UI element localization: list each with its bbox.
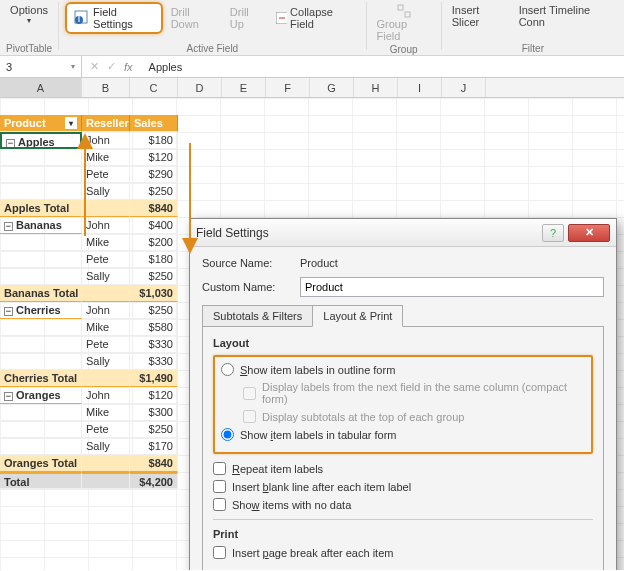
checkbox-subtotals-top (243, 410, 256, 423)
pivot-cell[interactable]: $120 (130, 149, 178, 166)
radio-outline-label: Show item labels in outline form (240, 364, 395, 376)
dialog-help-button[interactable]: ? (542, 224, 564, 242)
pivot-cell[interactable]: −Bananas (0, 217, 82, 234)
radio-tabular-label: Show item labels in tabular form (240, 429, 397, 441)
col-header-b[interactable]: B (82, 78, 130, 97)
pivot-cell[interactable]: Mike (82, 404, 130, 421)
checkbox-page-break[interactable] (213, 546, 226, 559)
tab-subtotals-filters[interactable]: Subtotals & Filters (202, 305, 313, 327)
pivot-cell[interactable]: $580 (130, 319, 178, 336)
options-button[interactable]: Options ▾ (6, 2, 52, 27)
checkbox-compact-label: Display labels from the next field in th… (262, 381, 585, 405)
tab-layout-print[interactable]: Layout & Print (312, 305, 403, 327)
col-header-i[interactable]: I (398, 78, 442, 97)
radio-outline-form[interactable] (221, 363, 234, 376)
fx-icon[interactable]: fx (124, 61, 133, 73)
pivot-cell[interactable]: Mike (82, 319, 130, 336)
pivot-cell[interactable] (0, 234, 82, 251)
checkbox-blank-label: Insert blank line after each item label (232, 481, 411, 493)
pivot-cell[interactable]: −Apples (0, 132, 82, 149)
pivot-cell[interactable] (0, 438, 82, 455)
pivot-cell[interactable]: $330 (130, 353, 178, 370)
pivot-cell[interactable]: John (82, 217, 130, 234)
pivot-cell[interactable]: $250 (130, 302, 178, 319)
col-header-e[interactable]: E (222, 78, 266, 97)
pivot-header-reseller[interactable]: Reseller▾ (82, 115, 130, 132)
col-header-f[interactable]: F (266, 78, 310, 97)
col-header-a[interactable]: A (0, 78, 82, 97)
filter-group-label: Filter (522, 43, 544, 54)
checkbox-compact-form (243, 387, 256, 400)
checkbox-blank-line[interactable] (213, 480, 226, 493)
col-header-h[interactable]: H (354, 78, 398, 97)
checkbox-repeat-labels[interactable] (213, 462, 226, 475)
insert-timeline-button[interactable]: Insert Timeline Conn (515, 2, 618, 30)
collapse-icon[interactable]: − (4, 392, 13, 401)
formula-bar: 3▾ ✕ ✓ fx Apples (0, 56, 624, 78)
pivot-cell[interactable]: $330 (130, 336, 178, 353)
collapse-icon[interactable]: − (6, 139, 15, 148)
cancel-formula-icon: ✕ (90, 60, 99, 73)
pivot-cell[interactable]: John (82, 302, 130, 319)
pivot-cell[interactable] (0, 183, 82, 200)
pivot-cell[interactable] (0, 149, 82, 166)
pivot-cell[interactable]: Mike (82, 149, 130, 166)
pivot-cell[interactable] (0, 404, 82, 421)
col-header-j[interactable]: J (442, 78, 486, 97)
pivot-cell[interactable]: Pete (82, 166, 130, 183)
pivot-cell[interactable]: John (82, 387, 130, 404)
radio-tabular-form[interactable] (221, 428, 234, 441)
pivot-cell[interactable] (0, 166, 82, 183)
insert-slicer-button[interactable]: Insert Slicer (448, 2, 511, 30)
dialog-title: Field Settings (196, 226, 542, 240)
pivot-cell[interactable] (0, 268, 82, 285)
pivot-cell[interactable]: $300 (130, 404, 178, 421)
col-header-d[interactable]: D (178, 78, 222, 97)
dialog-close-button[interactable]: ✕ (568, 224, 610, 242)
pivot-cell[interactable] (0, 421, 82, 438)
name-box[interactable]: 3▾ (0, 56, 82, 78)
pivot-cell[interactable]: Mike (82, 234, 130, 251)
col-header-g[interactable]: G (310, 78, 354, 97)
pivot-cell[interactable]: −Oranges (0, 387, 82, 404)
pivot-cell[interactable]: Sally (82, 438, 130, 455)
pivot-cell[interactable]: $170 (130, 438, 178, 455)
dropdown-icon[interactable]: ▾ (65, 117, 77, 129)
field-settings-button[interactable]: i Field Settings (65, 2, 163, 34)
formula-input[interactable]: Apples (141, 61, 183, 73)
pivot-cell[interactable]: $180 (130, 132, 178, 149)
pivot-cell[interactable]: Pete (82, 421, 130, 438)
pivot-cell[interactable] (0, 251, 82, 268)
svg-text:i: i (78, 12, 80, 24)
pivot-cell[interactable]: John (82, 132, 130, 149)
pivot-cell[interactable]: $290 (130, 166, 178, 183)
pivot-cell[interactable]: Sally (82, 353, 130, 370)
pivot-cell[interactable] (0, 353, 82, 370)
pivot-cell[interactable]: −Cherries (0, 302, 82, 319)
col-header-c[interactable]: C (130, 78, 178, 97)
custom-name-input[interactable] (300, 277, 604, 297)
pivot-cell[interactable]: $180 (130, 251, 178, 268)
pivot-cell[interactable]: $200 (130, 234, 178, 251)
pivot-header-product[interactable]: Product▾ (0, 115, 82, 132)
pivot-cell[interactable]: $120 (130, 387, 178, 404)
pivot-cell[interactable] (0, 336, 82, 353)
layout-radio-group: Show item labels in outline form Display… (213, 355, 593, 454)
pivot-cell[interactable]: Pete (82, 336, 130, 353)
ribbon: Options ▾ PivotTable i Field Settings Dr… (0, 0, 624, 56)
pivot-cell[interactable]: $400 (130, 217, 178, 234)
group-group-label: Group (390, 44, 418, 55)
collapse-icon[interactable]: − (4, 307, 13, 316)
pivot-cell[interactable]: Sally (82, 183, 130, 200)
collapse-icon[interactable]: − (4, 222, 13, 231)
pivot-cell[interactable]: Pete (82, 251, 130, 268)
checkbox-subtotals-top-label: Display subtotals at the top of each gro… (262, 411, 464, 423)
pivot-cell[interactable]: $250 (130, 183, 178, 200)
pivot-cell[interactable] (0, 319, 82, 336)
pivot-cell[interactable]: $250 (130, 421, 178, 438)
pivot-cell[interactable]: Sally (82, 268, 130, 285)
pivot-cell[interactable]: $250 (130, 268, 178, 285)
checkbox-no-data[interactable] (213, 498, 226, 511)
collapse-field-button[interactable]: Collapse Field (272, 4, 360, 32)
drill-down-button: Drill Down (167, 4, 222, 32)
